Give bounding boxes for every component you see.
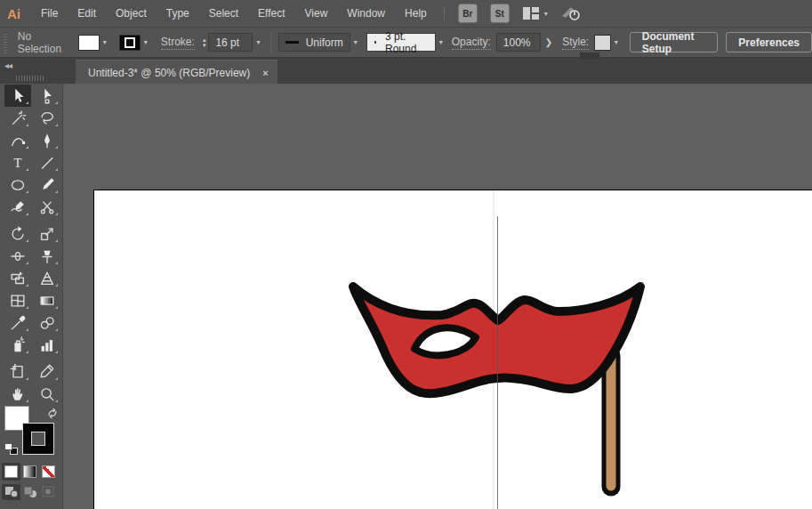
width-icon [9,247,27,265]
magic-wand-tool[interactable] [4,107,31,129]
direct-selection-tool[interactable] [34,85,60,107]
canvas-area[interactable] [62,84,812,509]
style-label[interactable]: Style: [562,36,589,50]
stock-button[interactable]: St [490,4,510,23]
zoom-tool[interactable] [34,383,60,405]
gradient-tool[interactable] [34,289,60,311]
chevron-down-icon[interactable]: ▾ [436,38,446,46]
swap-fill-stroke-icon[interactable] [46,408,59,419]
lasso-tool[interactable] [34,107,60,129]
slice-tool[interactable] [34,360,60,383]
stroke-swatch[interactable] [119,35,141,51]
rotate-tool[interactable] [4,222,31,245]
tools-panel: T [0,84,62,509]
line-segment-tool[interactable] [34,151,60,174]
symbol-sprayer-tool[interactable] [4,334,31,356]
eyedropper-tool[interactable] [4,311,31,334]
menu-file[interactable]: File [31,7,68,20]
type-icon: T [9,154,27,172]
mesh-tool[interactable] [4,289,31,311]
draw-behind-icon[interactable] [20,484,39,500]
brush-definition-dropdown[interactable]: 3 pt. Round [366,33,436,52]
pen-tool[interactable] [34,129,60,151]
brush-definition-value: 3 pt. Round [385,30,428,55]
perspective-grid-tool[interactable] [34,267,60,289]
toolbar-grip[interactable] [16,76,44,81]
default-fill-stroke-icon[interactable] [4,443,18,455]
chevron-down-icon[interactable]: ▾ [611,38,622,46]
menu-edit[interactable]: Edit [68,7,106,20]
touch-workspace-toggle[interactable] [559,4,582,23]
magic-wand-icon [9,109,27,127]
width-tool[interactable] [4,245,31,267]
menu-select[interactable]: Select [199,7,248,20]
chevron-down-icon[interactable]: ▾ [141,38,151,46]
selection-tool[interactable] [4,85,31,107]
menu-type[interactable]: Type [157,7,199,20]
blend-tool[interactable] [34,311,60,334]
none-button[interactable] [39,463,58,481]
color-mode-buttons [2,463,58,481]
stroke-color-box[interactable] [23,424,53,454]
line-segment-icon [38,154,56,172]
draw-normal-icon[interactable] [2,484,20,500]
document-setup-button[interactable]: Document Setup [630,32,719,53]
column-graph-tool[interactable] [34,334,60,356]
chevron-down-icon[interactable]: ▾ [253,38,263,46]
preferences-button[interactable]: Preferences [726,32,812,53]
direct-selection-icon [38,87,56,105]
fill-swatch[interactable] [78,35,100,51]
menubar-separator [444,6,445,20]
paintbrush-tool[interactable] [34,174,60,196]
menu-object[interactable]: Object [106,7,157,20]
shaper-tool[interactable] [4,196,31,218]
workspace-switcher[interactable]: ▾ [521,4,548,22]
ellipse-tool[interactable] [4,174,31,196]
color-button[interactable] [2,463,20,481]
width-profile-dropdown[interactable]: Uniform [278,33,350,52]
stroke-weight-field[interactable]: 16 pt [208,33,253,52]
stroke-color-dropdown[interactable]: ▾ [119,35,151,51]
menu-effect[interactable]: Effect [248,7,294,20]
mask-shape[interactable] [353,287,640,393]
puppet-warp-tool[interactable] [34,245,60,267]
style-swatch[interactable] [594,35,611,51]
artwork-layer[interactable] [93,190,812,509]
opacity-label[interactable]: Opacity: [452,36,491,50]
hand-tool[interactable] [4,383,31,405]
collapse-panel-icon[interactable]: ◂◂ [4,61,12,70]
document-tab[interactable]: Untitled-3* @ 50% (RGB/Preview) × [76,60,277,85]
type-tool[interactable]: T [4,151,31,174]
rotate-icon [9,225,27,243]
toolbar-dock-header: ◂◂ [0,58,62,85]
chevron-down-icon[interactable]: ▾ [100,38,110,46]
scale-tool[interactable] [34,222,60,245]
bridge-button[interactable]: Br [458,4,478,23]
eyedropper-icon [9,314,27,332]
svg-text:T: T [14,156,22,170]
chevron-down-icon[interactable]: ▾ [350,38,361,46]
close-tab-icon[interactable]: × [262,68,268,78]
menu-window[interactable]: Window [337,7,395,20]
stroke-label[interactable]: Stroke: [161,36,195,50]
shape-builder-tool[interactable] [4,267,31,289]
control-bar: No Selection ▾ ▾ Stroke: ▴▾ 16 pt ▾ Unif… [0,28,812,58]
panel-grip[interactable] [4,32,7,53]
gradient-button[interactable] [20,463,39,481]
opacity-options-arrow[interactable]: ❯ [541,37,557,47]
artboard-tool[interactable] [4,360,31,383]
mask-eye-hole[interactable] [414,327,476,355]
scissors-tool[interactable] [34,196,60,218]
curvature-tool[interactable] [4,129,31,151]
fill-color-dropdown[interactable]: ▾ [78,35,110,51]
menu-help[interactable]: Help [395,7,437,20]
shaper-icon [9,198,27,216]
collapsed-dock-stub[interactable] [580,53,599,60]
lasso-icon [38,109,56,127]
illustrator-window: Ai FileEditObjectTypeSelectEffectViewWin… [0,0,812,509]
scale-icon [38,225,56,243]
stroke-weight-stepper[interactable]: ▴▾ [203,37,206,48]
opacity-field[interactable]: 100% [496,33,541,52]
draw-inside-icon[interactable] [39,484,58,500]
menu-view[interactable]: View [295,7,338,20]
